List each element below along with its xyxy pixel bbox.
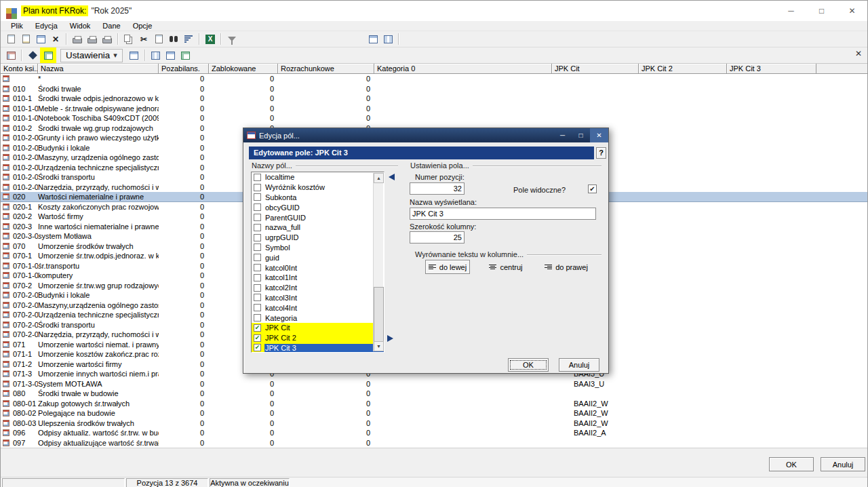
split-view-button[interactable]	[163, 48, 178, 62]
header-jpk-cit-2[interactable]: JPK Cit 2	[639, 64, 727, 74]
header-nazwa[interactable]: Nazwa	[38, 64, 159, 74]
header-jpk-cit-3[interactable]: JPK Cit 3	[727, 64, 816, 74]
field-list-item[interactable]: Subkonta	[252, 193, 384, 203]
scroll-thumb[interactable]	[374, 287, 384, 344]
summary-view-button[interactable]	[178, 48, 193, 62]
field-checkbox[interactable]	[254, 214, 261, 221]
field-checkbox[interactable]	[254, 284, 261, 292]
field-checkbox[interactable]	[254, 193, 261, 201]
field-checkbox[interactable]	[254, 314, 261, 322]
close-button[interactable]: ✕	[837, 1, 867, 21]
field-checkbox[interactable]	[254, 254, 261, 261]
help-button[interactable]: ?	[596, 147, 606, 159]
rows-view-button[interactable]	[149, 48, 163, 62]
dialog-close-button[interactable]: ✕	[590, 128, 608, 142]
navigate-button[interactable]	[25, 48, 40, 62]
field-list-item[interactable]: Symbol	[252, 243, 384, 253]
szerokosc-kolumny-input[interactable]	[410, 231, 465, 244]
copy-button[interactable]	[121, 32, 136, 46]
ustawienia-dropdown[interactable]: Ustawienia ▾	[60, 49, 123, 62]
header-zablokowane[interactable]: Zablokowane	[209, 64, 278, 74]
header-rozrachunkowe[interactable]: Rozrachunkowe	[278, 64, 374, 74]
field-list[interactable]: localtimeWyróżnik kosztówSubkontaobcyGUI…	[251, 172, 384, 353]
table-row[interactable]: 010-1-01Meble - śr.trwałe odpisywane jed…	[1, 104, 867, 114]
field-list-item[interactable]: katcol4Int	[252, 303, 384, 313]
menu-dane[interactable]: Dane	[96, 21, 126, 31]
edit-columns-button[interactable]	[41, 48, 56, 62]
minimize-button[interactable]: ─	[776, 1, 806, 21]
table-row[interactable]: 080-01Zakup gotowych śr.trwałych000BAAII…	[1, 399, 867, 409]
field-checkbox[interactable]	[254, 234, 261, 241]
nazwa-wyswietlana-input[interactable]	[410, 208, 596, 220]
table-row[interactable]: 097Odpisy aktualizujące wartość śr.trwał…	[1, 438, 867, 448]
field-list-item[interactable]: Kategoria	[252, 313, 384, 323]
form-view-button[interactable]	[366, 32, 380, 46]
sort-button[interactable]	[181, 32, 196, 46]
table-row[interactable]: *000	[1, 74, 867, 84]
export-grid-button[interactable]	[3, 48, 18, 62]
field-list-item[interactable]: katcol1Int	[252, 273, 384, 283]
header-jpk-cit[interactable]: JPK Cit	[552, 64, 639, 74]
menu-widok[interactable]: Widok	[64, 21, 97, 31]
field-list-item[interactable]: nazwa_full	[252, 222, 384, 233]
card-view-button[interactable]	[33, 32, 48, 46]
header-pozabilans[interactable]: Pozabilans.	[159, 64, 209, 74]
scroll-up-icon[interactable]: ▲	[374, 173, 384, 183]
field-list-item[interactable]: Wyróżnik kosztów	[252, 182, 384, 193]
align-right-button[interactable]: do prawej	[542, 260, 590, 274]
field-list-item[interactable]: localtime	[252, 172, 384, 182]
edit-plan-button[interactable]	[18, 32, 33, 46]
table-row[interactable]: 080-02Polegające na budowie000BAAII2_W	[1, 408, 867, 418]
table-row[interactable]: 010-1-02Notebook Toschiba S409xCDT (2009…	[1, 113, 867, 123]
menu-edycja[interactable]: Edycja	[29, 21, 64, 31]
print-preview-button[interactable]	[70, 32, 85, 46]
field-checkbox[interactable]	[254, 203, 261, 211]
align-center-button[interactable]: centruj	[485, 260, 527, 274]
field-list-item[interactable]: ✔JPK Cit 2	[252, 333, 384, 343]
column-view-button[interactable]	[380, 32, 395, 46]
menu-opcje[interactable]: Opcje	[127, 21, 159, 31]
dialog-minimize-button[interactable]: ─	[553, 128, 572, 142]
field-checkbox[interactable]	[254, 244, 261, 251]
pole-widoczne-checkbox[interactable]: ✔	[588, 184, 597, 193]
dialog-ok-button[interactable]: OK	[508, 358, 549, 372]
field-list-item[interactable]: ✔JPK Cit	[252, 323, 384, 333]
excel-export-button[interactable]: X	[203, 32, 218, 46]
field-list-item[interactable]: katcol3Int	[252, 293, 384, 303]
header-konto[interactable]: Konto ksi...▽	[1, 64, 38, 74]
cut-button[interactable]: ✂	[136, 32, 151, 46]
table-row[interactable]: 096Odpisy aktualiz. wartość śr.trw. w bu…	[1, 428, 867, 438]
new-document-button[interactable]	[3, 32, 18, 46]
list-scrollbar[interactable]: ▲ ▼	[373, 173, 383, 351]
delete-button[interactable]: ✕	[48, 32, 63, 46]
table-row[interactable]: 010-1Środki trwałe odpis.jednorazowo w k…	[1, 94, 867, 104]
close-panel-button[interactable]: ✕	[855, 49, 862, 58]
field-checkbox[interactable]	[254, 224, 261, 231]
field-checkbox[interactable]	[254, 304, 261, 311]
table-row[interactable]: 080-03Ulepszenia środków trwałych000BAAI…	[1, 418, 867, 429]
filter-button[interactable]	[224, 32, 239, 46]
main-ok-button[interactable]: OK	[769, 457, 814, 471]
table-row[interactable]: 080Środki trwałe w budowie000	[1, 389, 867, 399]
field-list-item[interactable]: obcyGUID	[252, 202, 384, 212]
field-checkbox[interactable]: ✔	[254, 334, 261, 342]
menu-plik[interactable]: Plik	[5, 21, 29, 31]
properties-button[interactable]	[127, 48, 142, 62]
field-checkbox[interactable]	[254, 174, 261, 181]
align-left-button[interactable]: do lewej	[425, 260, 470, 274]
table-row[interactable]: 071-3-02System MOTŁAWA000BAAI3_U	[1, 379, 867, 389]
scroll-down-icon[interactable]: ▼	[374, 341, 384, 351]
field-list-item[interactable]: katcol2Int	[252, 283, 384, 293]
field-list-item[interactable]: katcol0Int	[252, 262, 384, 273]
print-button[interactable]	[85, 32, 100, 46]
field-list-item[interactable]: guid	[252, 252, 384, 262]
field-checkbox[interactable]	[254, 294, 261, 301]
numer-pozycji-input[interactable]	[410, 182, 465, 195]
field-checkbox[interactable]	[254, 184, 261, 191]
field-checkbox[interactable]	[254, 274, 261, 281]
field-list-item[interactable]: ugrpGUID	[252, 233, 384, 243]
maximize-button[interactable]: □	[806, 1, 837, 21]
dialog-maximize-button[interactable]: □	[572, 128, 590, 142]
main-cancel-button[interactable]: Anuluj	[821, 457, 865, 471]
dialog-cancel-button[interactable]: Anuluj	[559, 358, 599, 372]
